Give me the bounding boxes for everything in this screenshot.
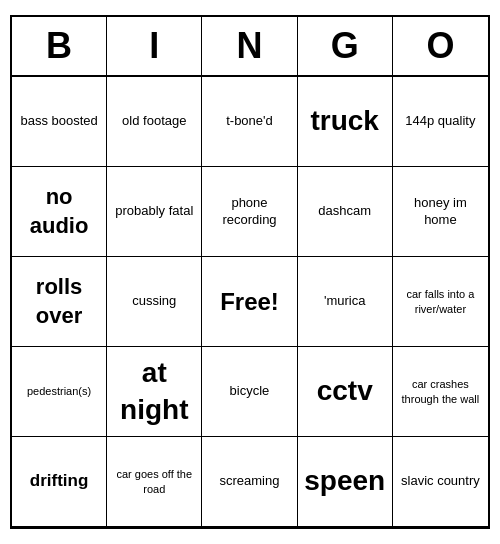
header-letter: B [12, 17, 107, 75]
bingo-cell: probably fatal [107, 167, 202, 257]
bingo-card: BINGO bass boostedold footaget-bone'dtru… [10, 15, 490, 529]
bingo-cell: speen [298, 437, 393, 527]
bingo-header: BINGO [12, 17, 488, 77]
bingo-cell: 'murica [298, 257, 393, 347]
header-letter: I [107, 17, 202, 75]
bingo-cell: rolls over [12, 257, 107, 347]
bingo-cell: honey im home [393, 167, 488, 257]
bingo-cell: at night [107, 347, 202, 437]
bingo-cell: bicycle [202, 347, 297, 437]
bingo-grid: bass boostedold footaget-bone'dtruck144p… [12, 77, 488, 527]
bingo-cell: bass boosted [12, 77, 107, 167]
header-letter: G [298, 17, 393, 75]
bingo-cell: screaming [202, 437, 297, 527]
bingo-cell: slavic country [393, 437, 488, 527]
bingo-cell: no audio [12, 167, 107, 257]
bingo-cell: drifting [12, 437, 107, 527]
bingo-cell: car falls into a river/water [393, 257, 488, 347]
bingo-cell: phone recording [202, 167, 297, 257]
header-letter: N [202, 17, 297, 75]
bingo-cell: dashcam [298, 167, 393, 257]
bingo-cell: car goes off the road [107, 437, 202, 527]
bingo-cell: truck [298, 77, 393, 167]
bingo-cell: cussing [107, 257, 202, 347]
bingo-cell: car crashes through the wall [393, 347, 488, 437]
bingo-cell: pedestrian(s) [12, 347, 107, 437]
bingo-cell: cctv [298, 347, 393, 437]
header-letter: O [393, 17, 488, 75]
bingo-cell: Free! [202, 257, 297, 347]
bingo-cell: old footage [107, 77, 202, 167]
bingo-cell: 144p quality [393, 77, 488, 167]
bingo-cell: t-bone'd [202, 77, 297, 167]
